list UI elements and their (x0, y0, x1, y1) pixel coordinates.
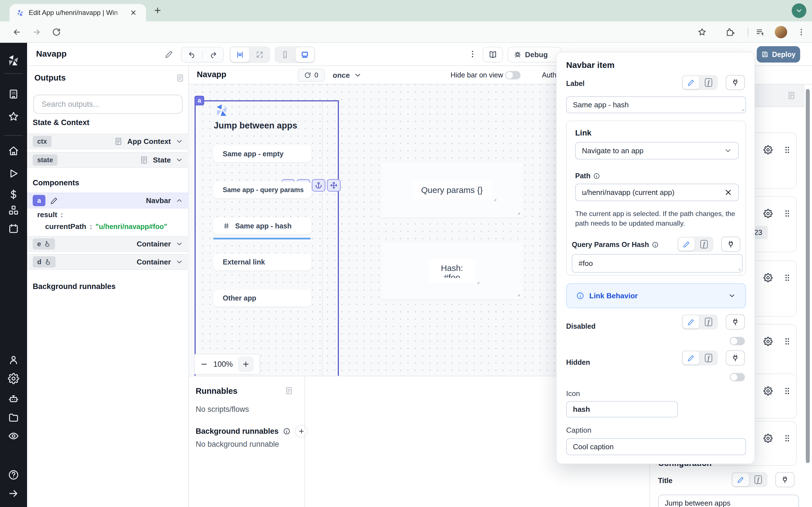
hash-box[interactable]: Hash: #foo (381, 242, 523, 299)
card-grip-icon[interactable] (783, 337, 792, 346)
hide-bar-toggle[interactable] (505, 71, 520, 79)
function-mode-button[interactable]: f (700, 316, 717, 328)
query-params-input[interactable]: #foo (572, 254, 743, 273)
e-chevron-down-icon[interactable] (175, 240, 183, 248)
link-behavior-collapsible[interactable]: Link Behavior (566, 283, 746, 308)
resize-handle-icon[interactable] (739, 107, 744, 112)
card-gear-icon[interactable] (763, 145, 772, 154)
home-icon[interactable] (8, 145, 19, 157)
output-row-container-e[interactable]: e Container (27, 236, 189, 252)
undo-button[interactable] (182, 51, 203, 59)
ctx-chevron-down-icon[interactable] (175, 137, 183, 145)
zoom-out-minus-icon[interactable] (200, 360, 208, 368)
function-mode-button[interactable]: f (700, 76, 717, 89)
a-chevron-up-icon[interactable] (175, 196, 183, 205)
runnables-doc-icon[interactable] (285, 386, 293, 395)
collapse-arrow-icon[interactable] (8, 488, 19, 499)
static-pencil-button[interactable] (683, 351, 699, 364)
settings-doc-icon[interactable] (787, 91, 796, 100)
reload-icon[interactable] (52, 27, 61, 37)
icon-input[interactable]: hash (566, 401, 678, 417)
component-anchor-button[interactable] (312, 179, 325, 191)
disabled-toggle[interactable] (730, 337, 745, 345)
nav-item-same-app-hash[interactable]: Same app - hash (213, 217, 311, 234)
resize-corner-icon[interactable] (491, 196, 497, 202)
settings-gear-icon[interactable] (8, 373, 19, 384)
config-title-input[interactable]: Jump between apps (658, 495, 799, 507)
output-row-navbar-a[interactable]: a Navbar (27, 193, 189, 209)
audit-eye-icon[interactable] (8, 431, 19, 442)
card-gear-icon[interactable] (763, 337, 772, 346)
query-params-box[interactable]: Query params {} (381, 163, 523, 217)
workers-robot-icon[interactable] (8, 393, 19, 404)
static-pencil-button[interactable] (678, 238, 695, 251)
tab-close-icon[interactable] (130, 10, 137, 16)
nav-item-same-app-empty[interactable]: Same app - empty (213, 145, 311, 162)
mobile-view-button[interactable] (276, 47, 294, 62)
info-icon[interactable] (283, 428, 290, 435)
schedule-dropdown[interactable]: once (333, 69, 362, 82)
browser-menu-kebab-icon[interactable] (797, 27, 806, 37)
fullwidth-layout-button[interactable] (250, 47, 269, 62)
hidden-connect-plug-button[interactable] (726, 350, 745, 365)
a-edit-pencil-icon[interactable] (50, 197, 58, 204)
debug-button[interactable]: Debug (507, 47, 562, 62)
state-chevron-down-icon[interactable] (175, 156, 183, 164)
new-tab-icon[interactable] (153, 6, 162, 15)
static-pencil-button[interactable] (683, 316, 699, 328)
output-row-ctx[interactable]: ctx App Context (27, 133, 189, 149)
add-background-runnable-button[interactable] (295, 425, 308, 438)
media-playlist-icon[interactable] (756, 27, 765, 37)
card-gear-icon[interactable] (763, 434, 772, 443)
label-connect-plug-button[interactable] (726, 75, 745, 90)
d-chevron-down-icon[interactable] (175, 258, 183, 266)
resize-corner-icon[interactable] (515, 291, 520, 297)
caption-input[interactable]: Cool caption (566, 438, 746, 455)
card-grip-icon[interactable] (783, 434, 792, 443)
card-gear-icon[interactable] (763, 273, 772, 282)
link-type-select[interactable]: Navigate to an app (575, 142, 739, 159)
function-mode-button[interactable]: f (700, 351, 717, 364)
favorites-star-icon[interactable] (8, 111, 19, 122)
component-move-button[interactable] (327, 179, 341, 191)
toolbar-kebab-icon[interactable] (468, 50, 477, 59)
path-input[interactable]: u/henri/navapp (current app) (575, 184, 739, 201)
avatar[interactable] (775, 26, 787, 38)
schedules-calendar-icon[interactable] (8, 223, 19, 234)
hidden-toggle[interactable] (730, 373, 745, 381)
card-grip-icon[interactable] (783, 273, 792, 282)
static-pencil-button[interactable] (732, 473, 749, 486)
desktop-view-button[interactable] (296, 47, 314, 62)
state-doc-icon[interactable] (140, 156, 148, 164)
centered-layout-button[interactable] (231, 47, 249, 62)
back-icon[interactable] (12, 27, 21, 37)
zoom-in-button[interactable] (238, 356, 254, 372)
current-path-line[interactable]: currentPath : "u/henri/navapp#foo" (45, 220, 167, 233)
function-mode-button[interactable]: f (696, 238, 712, 251)
search-outputs-input[interactable] (33, 95, 183, 114)
resize-corner-icon[interactable] (515, 210, 520, 215)
card-grip-icon[interactable] (783, 386, 792, 395)
card-grip-icon[interactable] (783, 209, 792, 218)
runs-play-icon[interactable] (8, 168, 19, 179)
forward-icon[interactable] (32, 27, 41, 37)
nav-item-external-link[interactable]: External link (213, 253, 311, 270)
help-icon[interactable] (8, 469, 19, 481)
disabled-connect-plug-button[interactable] (726, 314, 745, 330)
redo-button[interactable] (203, 51, 223, 59)
resize-handle-icon[interactable] (736, 266, 741, 271)
windmill-logo-icon[interactable] (7, 54, 20, 67)
output-row-container-d[interactable]: d Container (27, 254, 189, 270)
nav-item-other-app[interactable]: Other app (213, 290, 311, 306)
output-row-state[interactable]: state State (27, 152, 189, 168)
users-person-icon[interactable] (8, 354, 19, 365)
runnables-divider[interactable] (305, 376, 305, 507)
static-pencil-button[interactable] (683, 76, 699, 89)
title-connect-plug-button[interactable] (775, 472, 795, 487)
variables-dollar-icon[interactable] (8, 189, 19, 200)
edit-title-pencil-icon[interactable] (165, 50, 173, 58)
query-params-connect-plug-button[interactable] (721, 237, 741, 252)
resize-corner-icon[interactable] (474, 279, 480, 284)
resources-cubes-icon[interactable] (8, 205, 19, 216)
query-params-info-icon[interactable] (652, 241, 659, 248)
